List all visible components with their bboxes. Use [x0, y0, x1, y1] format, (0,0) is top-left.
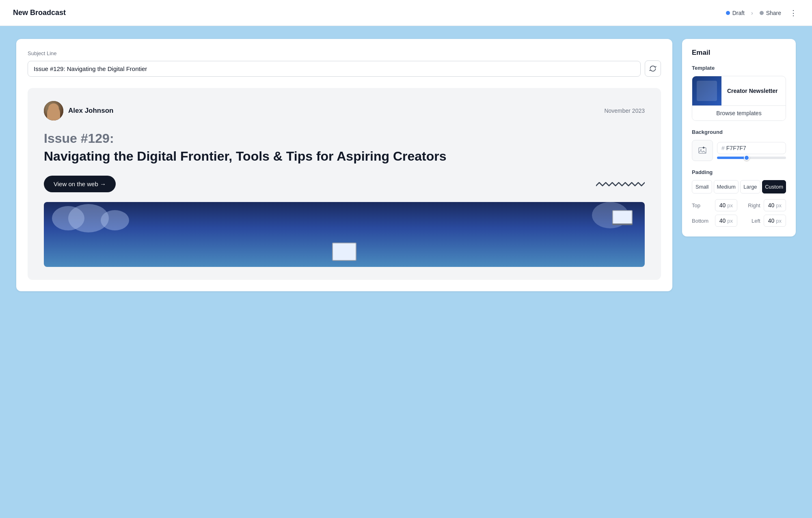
padding-left-field[interactable]: 40 px	[764, 215, 786, 227]
email-preview: Alex Johnson November 2023 Issue #129: N…	[28, 88, 661, 280]
right-panel: Email Template Creator Newsletter Browse…	[682, 39, 796, 236]
preview-image	[44, 202, 645, 267]
subject-input-row	[28, 60, 661, 77]
subject-label: Subject Line	[28, 50, 661, 56]
padding-top-value: 40	[719, 202, 726, 208]
panel-title: Email	[692, 49, 786, 57]
padding-right-label: Right	[741, 202, 760, 208]
padding-bottom-row: Bottom 40 px Left 40 px	[692, 215, 786, 227]
template-thumbnail	[692, 76, 721, 105]
padding-top-unit: px	[727, 202, 733, 208]
share-button[interactable]: Share	[760, 10, 781, 16]
background-controls-row: # F7F7F7	[692, 140, 786, 161]
color-input[interactable]: # F7F7F7	[717, 142, 786, 154]
padding-right-unit: px	[776, 202, 782, 208]
color-hash: #	[721, 145, 725, 151]
share-label: Share	[766, 10, 781, 16]
preview-cta-row: View on the web →	[44, 176, 645, 192]
preview-title-gray: Issue #129:	[44, 130, 645, 146]
avatar-image	[44, 101, 63, 120]
padding-fields: Top 40 px Right 40 px Bottom 40 px	[692, 199, 786, 227]
monitor-illustration	[332, 243, 356, 261]
padding-top-label: Top	[692, 202, 712, 208]
more-options-button[interactable]: ⋮	[788, 7, 799, 19]
padding-top-field[interactable]: 40 px	[715, 199, 737, 211]
subject-input[interactable]	[28, 61, 641, 77]
background-label: Background	[692, 129, 786, 135]
padding-section: Padding Small Medium Large Custom Top 40…	[692, 169, 786, 227]
author-row: Alex Johnson	[44, 101, 113, 120]
padding-right-value: 40	[768, 202, 775, 208]
avatar	[44, 101, 63, 120]
view-on-web-button[interactable]: View on the web →	[44, 176, 116, 192]
padding-bottom-value: 40	[719, 217, 726, 224]
preview-title-black: Navigating the Digital Frontier, Tools &…	[44, 148, 645, 164]
separator-chevron: ›	[751, 10, 753, 16]
padding-left-unit: px	[776, 218, 782, 224]
padding-left-label: Left	[741, 218, 760, 224]
zigzag-icon	[596, 179, 645, 189]
page-title: New Broadcast	[13, 9, 66, 17]
background-image-button[interactable]	[692, 140, 713, 161]
padding-small-button[interactable]: Small	[692, 180, 712, 193]
background-section: Background # F7F7F7	[692, 129, 786, 161]
padding-bottom-field[interactable]: 40 px	[715, 215, 737, 227]
padding-bottom-unit: px	[727, 218, 733, 224]
padding-medium-button[interactable]: Medium	[714, 180, 738, 193]
padding-large-button[interactable]: Large	[740, 180, 760, 193]
preview-header: Alex Johnson November 2023	[44, 101, 645, 120]
padding-right-field[interactable]: 40 px	[764, 199, 786, 211]
background-color-controls: # F7F7F7	[717, 142, 786, 159]
more-icon: ⋮	[790, 9, 797, 17]
padding-top-row: Top 40 px Right 40 px	[692, 199, 786, 211]
zigzag-decoration	[596, 179, 645, 189]
background-color-value: F7F7F7	[726, 145, 746, 151]
share-dot	[760, 11, 764, 15]
refresh-button[interactable]	[645, 60, 661, 77]
laptop-illustration	[612, 210, 633, 224]
opacity-slider[interactable]	[717, 157, 786, 159]
padding-bottom-label: Bottom	[692, 218, 712, 224]
browse-templates-button[interactable]: Browse templates	[692, 105, 786, 120]
status-indicator: Draft	[726, 10, 745, 16]
padding-label: Padding	[692, 169, 786, 175]
draft-dot	[726, 11, 730, 15]
template-card: Creator Newsletter Browse templates	[692, 76, 786, 121]
padding-left-value: 40	[768, 217, 775, 224]
template-name: Creator Newsletter	[721, 76, 786, 105]
template-section-label: Template	[692, 65, 786, 71]
author-name: Alex Johnson	[68, 107, 113, 115]
template-card-top: Creator Newsletter	[692, 76, 786, 105]
padding-options: Small Medium Large Custom	[692, 180, 786, 193]
refresh-icon	[649, 64, 657, 73]
slider-thumb	[744, 155, 749, 161]
image-icon	[698, 146, 707, 155]
top-bar: New Broadcast Draft › Share ⋮	[0, 0, 812, 26]
preview-date: November 2023	[604, 107, 645, 114]
draft-label: Draft	[732, 10, 745, 16]
template-thumb-inner	[697, 81, 717, 101]
top-bar-actions: Draft › Share ⋮	[726, 7, 799, 19]
main-area: Subject Line	[0, 26, 812, 518]
svg-point-1	[700, 149, 702, 150]
padding-custom-button[interactable]: Custom	[762, 180, 786, 193]
left-panel: Subject Line	[16, 39, 672, 291]
